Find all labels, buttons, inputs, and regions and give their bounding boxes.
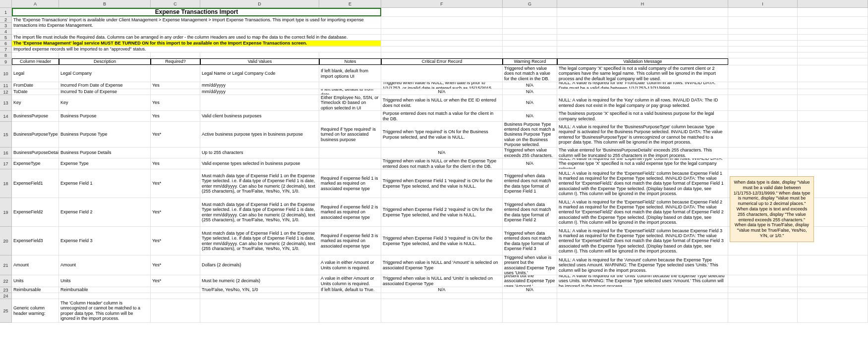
cell-E[interactable]: Required if 'type required' is turned on… bbox=[319, 122, 381, 147]
cell-F[interactable]: Triggered when value is NULL or when the… bbox=[381, 95, 503, 110]
cell-E[interactable] bbox=[319, 82, 381, 89]
cell-C[interactable] bbox=[151, 65, 200, 82]
cell-F[interactable] bbox=[381, 293, 503, 299]
cell-I[interactable] bbox=[728, 158, 798, 169]
cell-D[interactable]: Legal Name or Legal Company Code bbox=[200, 65, 319, 82]
cell[interactable] bbox=[557, 29, 728, 34]
cell[interactable] bbox=[798, 148, 868, 158]
cell[interactable] bbox=[12, 29, 381, 34]
cell[interactable] bbox=[381, 17, 503, 28]
row-header-24[interactable]: 24 bbox=[0, 293, 11, 299]
cell[interactable] bbox=[798, 158, 868, 169]
cell-A[interactable]: BusinessPurposeType bbox=[12, 122, 59, 147]
cell-G[interactable]: Triggered when data entered does not mat… bbox=[503, 169, 557, 198]
row-header-1[interactable]: 1 bbox=[0, 8, 11, 17]
cell-I[interactable] bbox=[728, 82, 798, 89]
cell-I[interactable] bbox=[728, 65, 798, 82]
intro-text-3-highlight[interactable]: The 'Expense Management' legal service M… bbox=[12, 41, 381, 46]
cell-D[interactable] bbox=[200, 299, 319, 322]
cell-C[interactable]: Yes* bbox=[151, 255, 200, 275]
cell-G[interactable]: Triggered when value is present but the … bbox=[503, 255, 557, 275]
cell-B[interactable]: Incurred From Date of Expense bbox=[59, 82, 151, 89]
cell[interactable] bbox=[798, 17, 868, 28]
cell-D[interactable]: Valid expense types selected in business… bbox=[200, 158, 319, 169]
cell[interactable] bbox=[798, 122, 868, 147]
cell-D[interactable]: True/False, Yes/No, Y/N, 1/0 bbox=[200, 287, 319, 293]
cell-I[interactable] bbox=[728, 255, 798, 275]
cell[interactable] bbox=[381, 52, 503, 58]
cell-C[interactable]: Yes* bbox=[151, 169, 200, 198]
col-header-E[interactable]: E bbox=[319, 0, 381, 7]
cell-G[interactable]: Triggered when value exceeds 255 charact… bbox=[503, 148, 557, 158]
cell[interactable] bbox=[381, 47, 503, 52]
cell-E[interactable]: If left blank, default to True. bbox=[319, 287, 381, 293]
row-header-8[interactable]: 8 bbox=[0, 52, 11, 58]
row-header-25[interactable]: 25 bbox=[0, 299, 11, 323]
cell-A[interactable]: Generic column header warning: bbox=[12, 299, 59, 322]
cell-F[interactable] bbox=[381, 299, 503, 322]
cell-A[interactable]: ExpenseField1 bbox=[12, 169, 59, 198]
cell[interactable] bbox=[381, 35, 503, 40]
cell[interactable] bbox=[557, 17, 728, 28]
cell-C[interactable]: Yes* bbox=[151, 198, 200, 226]
cell-B[interactable]: Key bbox=[59, 95, 151, 110]
row-header-19[interactable]: 19 bbox=[0, 198, 11, 227]
cell[interactable] bbox=[798, 8, 868, 16]
cell-I[interactable] bbox=[728, 89, 798, 95]
cell[interactable] bbox=[503, 47, 557, 52]
cell-H[interactable]: NULL: A value is required for the 'Expen… bbox=[557, 169, 728, 198]
cell-B[interactable]: Business Purpose bbox=[59, 111, 151, 121]
cell-E[interactable] bbox=[319, 299, 381, 322]
cell-G[interactable]: N/A bbox=[503, 95, 557, 110]
cell-B[interactable]: Expense Field 3 bbox=[59, 227, 151, 255]
cell[interactable] bbox=[503, 35, 557, 40]
cell[interactable] bbox=[503, 17, 557, 28]
cell-E[interactable] bbox=[319, 148, 381, 158]
cell[interactable] bbox=[728, 35, 798, 40]
cell-I[interactable] bbox=[728, 111, 798, 121]
row-header-5[interactable]: 5 bbox=[0, 35, 11, 41]
cell-A[interactable]: ExpenseField2 bbox=[12, 198, 59, 226]
cell[interactable] bbox=[381, 41, 503, 46]
cell-E[interactable]: Either Employee No, SSN, or Timeclock ID… bbox=[319, 95, 381, 110]
cell-E[interactable]: A value in either Amount or Units column… bbox=[319, 255, 381, 275]
cell-I[interactable] bbox=[728, 275, 798, 287]
cell-F[interactable]: Triggered when Expense Field 2 'required… bbox=[381, 198, 503, 226]
cell-B[interactable]: Amount bbox=[59, 255, 151, 275]
row-header-18[interactable]: 18 bbox=[0, 169, 11, 198]
col-header-D[interactable]: D bbox=[200, 0, 319, 7]
cell-B[interactable] bbox=[59, 293, 151, 299]
cell[interactable] bbox=[503, 29, 557, 34]
row-header-23[interactable]: 23 bbox=[0, 287, 11, 293]
cell-F[interactable]: Triggered when value is NULL and 'Units'… bbox=[381, 275, 503, 287]
cell-C[interactable]: Yes* bbox=[151, 227, 200, 255]
col-header-H[interactable]: H bbox=[557, 0, 728, 7]
cell-F[interactable]: Triggered when value is NULL and 'Amount… bbox=[381, 255, 503, 275]
cell-I[interactable] bbox=[728, 293, 798, 299]
cell-B[interactable]: Expense Field 2 bbox=[59, 198, 151, 226]
cell-H[interactable] bbox=[557, 287, 728, 293]
row-header-14[interactable]: 14 bbox=[0, 111, 11, 122]
row-header-3[interactable]: 3 bbox=[0, 23, 11, 29]
cell-H[interactable] bbox=[557, 299, 728, 322]
cell-C[interactable] bbox=[151, 89, 200, 95]
hdr-column-header[interactable]: Column Header bbox=[12, 58, 59, 65]
cell-C[interactable]: Yes bbox=[151, 82, 200, 89]
cell-G[interactable]: N/A bbox=[503, 89, 557, 95]
cell[interactable] bbox=[59, 52, 151, 58]
cell[interactable] bbox=[798, 52, 868, 58]
cell-H[interactable]: NULL: A value is required for the 'Amoun… bbox=[557, 255, 728, 275]
cell[interactable] bbox=[798, 89, 868, 95]
intro-text-1[interactable]: The 'Expense Transactions' import is ava… bbox=[12, 17, 381, 28]
cell-C[interactable] bbox=[151, 293, 200, 299]
cell-F[interactable]: N/A bbox=[381, 89, 503, 95]
cell-B[interactable]: Expense Field 1 bbox=[59, 169, 151, 198]
intro-text-4[interactable]: Imported expense records will be importe… bbox=[12, 47, 381, 52]
cell-I[interactable] bbox=[728, 122, 798, 147]
cell[interactable] bbox=[151, 52, 200, 58]
cell-B[interactable]: Incurred To Date of Expense bbox=[59, 89, 151, 95]
cell-H[interactable]: The legal company 'X' specified is not a… bbox=[557, 65, 728, 82]
cell[interactable] bbox=[798, 299, 868, 322]
cell-D[interactable]: Must be numeric (2 decimals) bbox=[200, 275, 319, 287]
cell-H[interactable]: NULL: A value is required for the 'FromD… bbox=[557, 82, 728, 89]
